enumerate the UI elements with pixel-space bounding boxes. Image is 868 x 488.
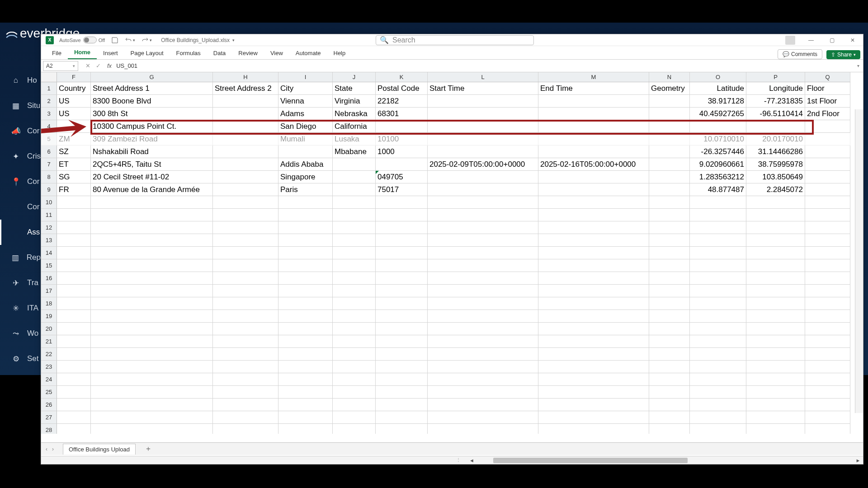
- cell[interactable]: [538, 209, 649, 221]
- expand-formula-icon[interactable]: ▾: [854, 63, 863, 68]
- row-header[interactable]: 3: [41, 108, 57, 120]
- ribbon-tab-formulas[interactable]: Formulas: [170, 47, 207, 59]
- sidebar-item-rep[interactable]: ▥Rep: [0, 245, 41, 270]
- cell[interactable]: [333, 209, 376, 221]
- close-button[interactable]: ✕: [842, 34, 863, 46]
- cell[interactable]: [538, 297, 649, 310]
- cell[interactable]: [57, 234, 91, 247]
- cell[interactable]: [746, 386, 805, 399]
- cell[interactable]: [649, 323, 690, 335]
- column-header-L[interactable]: L: [428, 72, 538, 82]
- cell[interactable]: [213, 158, 278, 171]
- cell[interactable]: [376, 209, 428, 221]
- cell[interactable]: 049705: [376, 171, 428, 183]
- column-header-M[interactable]: M: [538, 72, 649, 82]
- cell[interactable]: [213, 183, 278, 196]
- ribbon-tab-view[interactable]: View: [264, 47, 289, 59]
- cell[interactable]: [690, 424, 746, 434]
- cell[interactable]: [649, 285, 690, 297]
- vertical-scrollbar[interactable]: [855, 109, 863, 413]
- cell[interactable]: [428, 145, 538, 158]
- cell[interactable]: [213, 209, 278, 221]
- cell[interactable]: [57, 259, 91, 272]
- autosave-toggle[interactable]: AutoSave Off: [59, 37, 105, 43]
- cell[interactable]: [649, 247, 690, 259]
- cell[interactable]: [428, 259, 538, 272]
- cell[interactable]: [376, 196, 428, 209]
- cancel-formula-icon[interactable]: ✕: [83, 62, 93, 69]
- cell[interactable]: [333, 411, 376, 424]
- cell[interactable]: [690, 196, 746, 209]
- cell[interactable]: -26.3257446: [690, 145, 746, 158]
- cell[interactable]: [428, 335, 538, 348]
- cell[interactable]: [57, 411, 91, 424]
- cell[interactable]: [213, 95, 278, 108]
- cell[interactable]: [428, 133, 538, 145]
- cell[interactable]: [213, 196, 278, 209]
- undo-icon[interactable]: [125, 37, 132, 44]
- cell[interactable]: [57, 297, 91, 310]
- cell[interactable]: [333, 285, 376, 297]
- sidebar-item-ass[interactable]: Ass: [0, 220, 41, 245]
- sidebar-item-situ[interactable]: ▦Situ: [0, 93, 41, 118]
- cell[interactable]: [213, 323, 278, 335]
- cell[interactable]: [333, 158, 376, 171]
- cell[interactable]: [376, 361, 428, 373]
- cell[interactable]: [278, 247, 333, 259]
- select-all-corner[interactable]: [41, 72, 57, 82]
- cell[interactable]: [57, 373, 91, 386]
- cell[interactable]: [376, 120, 428, 133]
- accept-formula-icon[interactable]: ✓: [93, 62, 104, 69]
- cell[interactable]: [91, 297, 213, 310]
- scroll-left-icon[interactable]: ◄: [468, 457, 475, 464]
- cell[interactable]: 2025-02-09T05:00:00+0000: [428, 158, 538, 171]
- cell[interactable]: 48.877487: [690, 183, 746, 196]
- cell[interactable]: 10100: [376, 133, 428, 145]
- sheet-tab[interactable]: Office Buildings Upload: [63, 444, 136, 455]
- cell[interactable]: [376, 259, 428, 272]
- cell[interactable]: Mbabane: [333, 145, 376, 158]
- cell[interactable]: Latitude: [690, 82, 746, 95]
- cell[interactable]: [538, 335, 649, 348]
- cell[interactable]: [649, 145, 690, 158]
- cell[interactable]: [57, 272, 91, 285]
- cell[interactable]: [690, 399, 746, 411]
- scroll-right-icon[interactable]: ►: [855, 457, 861, 464]
- cell[interactable]: 2.2845072: [746, 183, 805, 196]
- cell[interactable]: [213, 285, 278, 297]
- cell[interactable]: [57, 361, 91, 373]
- cell[interactable]: [278, 259, 333, 272]
- cell[interactable]: [805, 310, 850, 323]
- cell[interactable]: [57, 285, 91, 297]
- cell[interactable]: [746, 247, 805, 259]
- cell[interactable]: [213, 348, 278, 361]
- cell[interactable]: Street Address 2: [213, 82, 278, 95]
- row-header[interactable]: 21: [41, 335, 57, 348]
- cell[interactable]: [746, 234, 805, 247]
- cell[interactable]: [746, 259, 805, 272]
- cell[interactable]: [57, 196, 91, 209]
- cell[interactable]: [805, 335, 850, 348]
- cell[interactable]: [428, 424, 538, 434]
- cell[interactable]: [91, 386, 213, 399]
- cell[interactable]: [649, 209, 690, 221]
- cell[interactable]: [278, 386, 333, 399]
- cell[interactable]: [91, 272, 213, 285]
- cell[interactable]: [538, 196, 649, 209]
- cell[interactable]: [278, 411, 333, 424]
- cell[interactable]: [690, 335, 746, 348]
- cell[interactable]: 68301: [376, 108, 428, 120]
- cell[interactable]: [213, 120, 278, 133]
- row-header[interactable]: 16: [41, 272, 57, 285]
- cell[interactable]: [278, 234, 333, 247]
- cell[interactable]: [746, 323, 805, 335]
- row-header[interactable]: 19: [41, 310, 57, 323]
- cell[interactable]: [333, 361, 376, 373]
- cell[interactable]: [278, 348, 333, 361]
- cell[interactable]: [91, 234, 213, 247]
- ribbon-tab-home[interactable]: Home: [68, 46, 97, 59]
- cell[interactable]: [690, 411, 746, 424]
- cell[interactable]: 31.14466286: [746, 145, 805, 158]
- sidebar-item-cor[interactable]: 📍Cor: [0, 169, 41, 194]
- cell[interactable]: [805, 272, 850, 285]
